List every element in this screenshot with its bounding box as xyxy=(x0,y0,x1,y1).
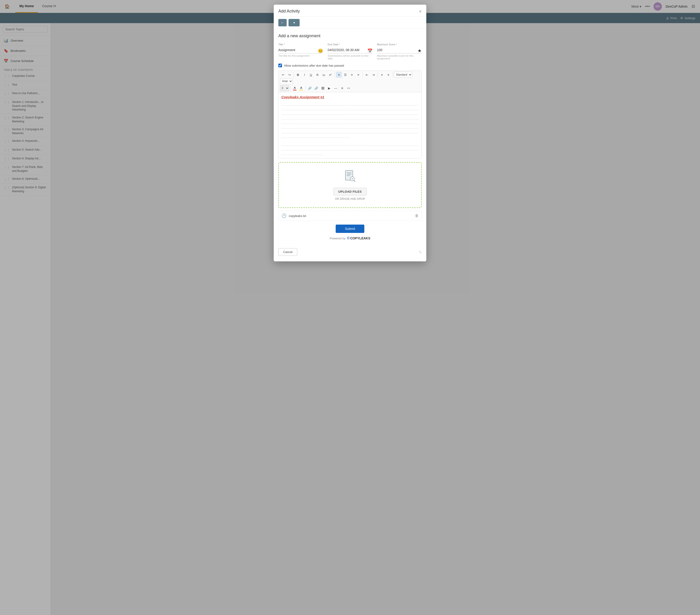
due-date-hint: Submissions will be scanned on this date xyxy=(328,54,372,60)
title-field: Title * 😊 The title for this assignment xyxy=(278,43,323,60)
copyleaks-logo: © COPYLEAKS xyxy=(347,236,370,240)
align-justify-button[interactable]: ≡ xyxy=(355,72,361,78)
toolbar-separator xyxy=(362,72,363,77)
unlink-button[interactable]: 🔗 xyxy=(313,85,319,91)
emoji-button[interactable]: 😊 xyxy=(318,48,323,53)
modal-body: Add a new assignment Title * 😊 The title… xyxy=(274,29,426,246)
modal-nav: ← ▾ xyxy=(274,17,426,29)
indent-button[interactable]: ⇥ xyxy=(370,72,376,78)
toolbar-row-2: 3 A A 🔗 🔗 🖼 ▶ — ✕ <> xyxy=(280,85,420,91)
toolbar-separator xyxy=(392,72,393,77)
file-name: copyleaks.txt xyxy=(289,214,306,218)
code-button[interactable]: <> xyxy=(346,85,352,91)
upload-icon xyxy=(284,170,416,185)
checkbox-row: Allow submissions after due date has pas… xyxy=(278,64,422,67)
align-center-button[interactable]: ☰ xyxy=(342,72,348,78)
clock-icon: 🕐 xyxy=(282,213,286,218)
ol-button[interactable]: ≡ xyxy=(385,72,391,78)
cancel-button[interactable]: Cancel xyxy=(278,248,297,256)
editor-lines xyxy=(282,101,418,155)
title-input[interactable] xyxy=(278,47,323,53)
upload-files-button[interactable]: UPLOAD FILES xyxy=(333,188,366,195)
subscript-button[interactable]: x₂ xyxy=(321,72,327,78)
toolbar-row-1: ↩ ↪ B I U S x₂ x² ≡ ☰ ≡ ≡ ⇤ ⇥ ≡ ≡ xyxy=(280,72,420,84)
font-family-select[interactable]: Arial xyxy=(280,78,293,84)
underline-button[interactable]: U xyxy=(308,72,314,78)
max-score-hint: Maximum possible score for this assignme… xyxy=(377,54,422,60)
upload-area[interactable]: UPLOAD FILES OR DRAGE AND DROP xyxy=(278,162,422,208)
powered-by: Powered by © COPYLEAKS xyxy=(278,236,422,240)
modal-title: Add Activity xyxy=(278,9,300,14)
file-item: 🕐 copyleaks.txt 🗑 xyxy=(278,211,422,221)
hr-button[interactable]: — xyxy=(333,85,339,91)
strikethrough-button[interactable]: S xyxy=(314,72,321,78)
toolbar-separator xyxy=(290,86,291,90)
text-color-button[interactable]: A xyxy=(292,85,298,91)
redo-button[interactable]: ↪ xyxy=(286,72,292,78)
font-style-select[interactable]: Standard xyxy=(394,72,412,78)
toolbar-separator xyxy=(293,72,294,77)
upload-or-text: OR DRAGE AND DROP xyxy=(284,197,416,200)
italic-button[interactable]: I xyxy=(301,72,308,78)
max-score-field: Maximum Score * ★ Maximum possible score… xyxy=(377,43,422,60)
editor-toolbar: ↩ ↪ B I U S x₂ x² ≡ ☰ ≡ ≡ ⇤ ⇥ ≡ ≡ xyxy=(278,71,422,92)
allow-late-label: Allow submissions after due date has pas… xyxy=(284,64,344,67)
bold-button[interactable]: B xyxy=(295,72,301,78)
superscript-button[interactable]: x² xyxy=(327,72,333,78)
form-row: Title * 😊 The title for this assignment … xyxy=(278,43,422,60)
align-right-button[interactable]: ≡ xyxy=(349,72,355,78)
submit-button[interactable]: Submit xyxy=(336,224,364,233)
image-button[interactable]: 🖼 xyxy=(320,85,326,91)
delete-file-button[interactable]: 🗑 xyxy=(415,214,418,218)
title-hint: The title for this assignment xyxy=(278,54,323,57)
back-button[interactable]: ← xyxy=(278,19,287,26)
dropdown-button[interactable]: ▾ xyxy=(288,19,300,26)
video-button[interactable]: ▶ xyxy=(326,85,332,91)
allow-late-checkbox[interactable] xyxy=(278,64,282,67)
max-score-input[interactable] xyxy=(377,47,422,53)
calendar-icon[interactable]: 📅 xyxy=(367,48,372,53)
modal-subtitle: Add a new assignment xyxy=(278,34,422,38)
assignment-title: Copyleaks Assignment #1 xyxy=(282,95,418,99)
title-label: Title * xyxy=(278,43,323,46)
svg-line-5 xyxy=(354,180,355,182)
due-date-input[interactable] xyxy=(328,47,372,53)
submit-row: Submit xyxy=(278,224,422,233)
modal-footer: Cancel ⤡ xyxy=(274,246,426,256)
outdent-button[interactable]: ⇤ xyxy=(364,72,370,78)
modal-close-button[interactable]: × xyxy=(419,9,422,14)
due-date-label: Due Date * xyxy=(328,43,372,46)
editor-content[interactable]: Copyleaks Assignment #1 xyxy=(278,92,422,158)
star-icon[interactable]: ★ xyxy=(417,48,422,53)
due-date-field: Due Date * 📅 Submissions will be scanned… xyxy=(328,43,372,60)
font-size-select[interactable]: 3 xyxy=(280,85,289,91)
link-button[interactable]: 🔗 xyxy=(307,85,313,91)
modal-header: Add Activity × xyxy=(274,5,426,17)
align-left-button[interactable]: ≡ xyxy=(336,72,342,78)
max-score-label: Maximum Score * xyxy=(377,43,422,46)
resize-icon: ⤡ xyxy=(418,250,422,254)
highlight-color-button[interactable]: A xyxy=(298,85,304,91)
file-item-left: 🕐 copyleaks.txt xyxy=(282,213,306,218)
toolbar-separator xyxy=(377,72,378,77)
add-activity-modal: Add Activity × ← ▾ Add a new assignment … xyxy=(274,5,426,261)
clear-button[interactable]: ✕ xyxy=(339,85,345,91)
undo-button[interactable]: ↩ xyxy=(280,72,286,78)
ul-button[interactable]: ≡ xyxy=(379,72,385,78)
